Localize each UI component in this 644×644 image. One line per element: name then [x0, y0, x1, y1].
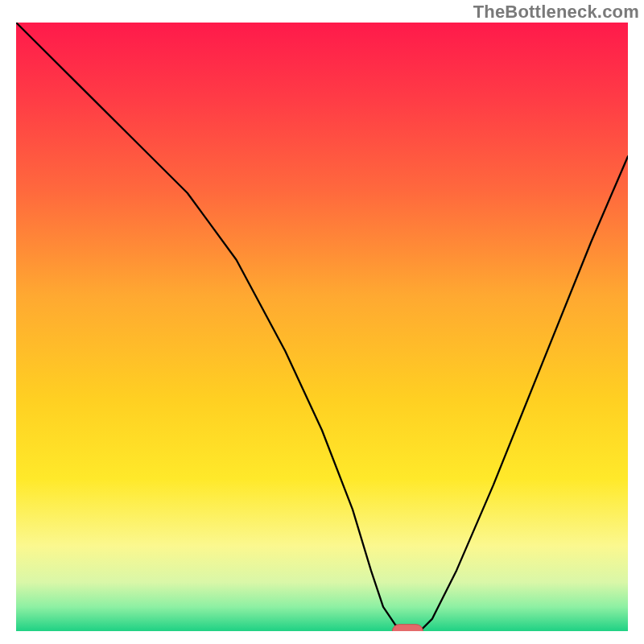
chart-container: TheBottleneck.com [0, 0, 644, 644]
plot-area [16, 23, 628, 631]
bottleneck-chart [16, 23, 628, 631]
optimal-marker [392, 625, 423, 631]
watermark-text: TheBottleneck.com [473, 2, 639, 23]
